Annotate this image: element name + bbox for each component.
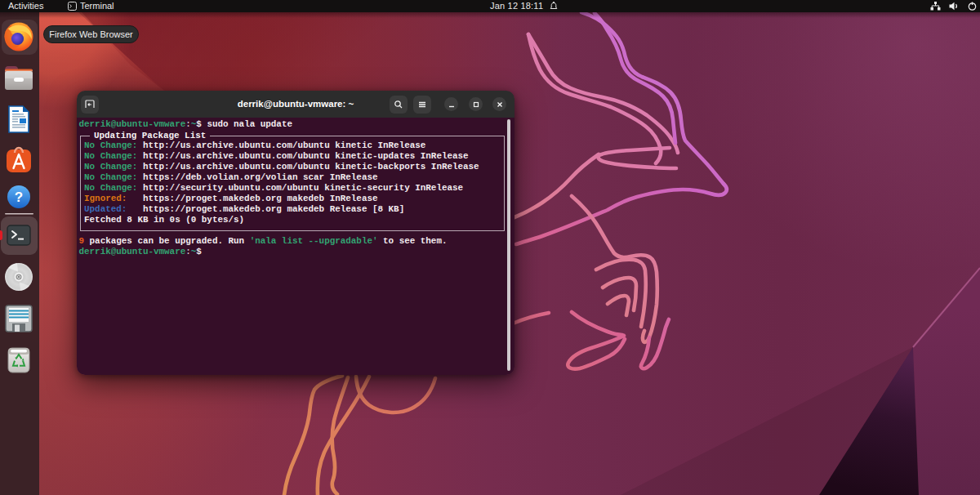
svg-text:?: ? [15,190,23,205]
